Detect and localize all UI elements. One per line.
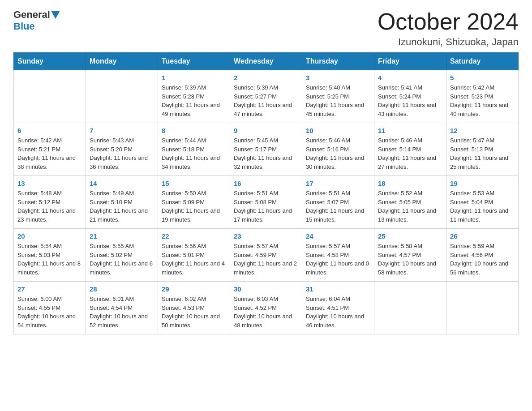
daylight-text: Daylight: 11 hours and 47 minutes. <box>234 101 298 118</box>
daylight-text: Daylight: 11 hours and 17 minutes. <box>234 206 298 224</box>
sunset-text: Sunset: 5:01 PM <box>162 251 226 260</box>
header-row: Sunday Monday Tuesday Wednesday Thursday… <box>14 53 519 70</box>
sunset-text: Sunset: 4:58 PM <box>306 251 370 260</box>
daylight-text: Daylight: 11 hours and 15 minutes. <box>306 206 370 224</box>
calendar-header: Sunday Monday Tuesday Wednesday Thursday… <box>14 53 519 70</box>
col-sunday: Sunday <box>14 53 86 70</box>
daylight-text: Daylight: 11 hours and 49 minutes. <box>162 101 226 118</box>
calendar-cell: 31Sunrise: 6:04 AMSunset: 4:51 PMDayligh… <box>302 282 374 334</box>
calendar-cell: 15Sunrise: 5:50 AMSunset: 5:09 PMDayligh… <box>158 176 230 229</box>
sunrise-text: Sunrise: 6:00 AM <box>17 295 82 304</box>
calendar-cell: 26Sunrise: 5:59 AMSunset: 4:56 PMDayligh… <box>446 229 519 282</box>
calendar-cell <box>14 70 86 123</box>
calendar-cell: 6Sunrise: 5:42 AMSunset: 5:21 PMDaylight… <box>14 123 86 176</box>
day-number: 25 <box>378 232 442 240</box>
sunrise-text: Sunrise: 5:58 AM <box>378 242 442 251</box>
daylight-text: Daylight: 11 hours and 2 minutes. <box>234 259 298 277</box>
sunset-text: Sunset: 5:03 PM <box>17 251 82 260</box>
daylight-text: Daylight: 11 hours and 36 minutes. <box>90 154 154 171</box>
sunset-text: Sunset: 5:10 PM <box>90 198 154 207</box>
daylight-text: Daylight: 11 hours and 21 minutes. <box>90 206 154 224</box>
sunset-text: Sunset: 5:02 PM <box>90 251 154 260</box>
day-number: 18 <box>378 180 442 187</box>
day-number: 21 <box>90 232 154 240</box>
logo-triangle-icon <box>51 11 60 19</box>
sunrise-text: Sunrise: 6:03 AM <box>234 295 298 304</box>
sunset-text: Sunset: 5:25 PM <box>306 92 370 101</box>
sunset-text: Sunset: 4:56 PM <box>450 251 515 260</box>
sunset-text: Sunset: 5:04 PM <box>450 198 515 207</box>
sunset-text: Sunset: 4:51 PM <box>306 304 370 313</box>
calendar-cell: 9Sunrise: 5:45 AMSunset: 5:17 PMDaylight… <box>230 123 302 176</box>
sunrise-text: Sunrise: 5:46 AM <box>378 136 442 145</box>
daylight-text: Daylight: 11 hours and 32 minutes. <box>234 154 298 171</box>
calendar-cell: 16Sunrise: 5:51 AMSunset: 5:08 PMDayligh… <box>230 176 302 229</box>
day-number: 4 <box>378 74 442 81</box>
calendar-cell: 3Sunrise: 5:40 AMSunset: 5:25 PMDaylight… <box>302 70 374 123</box>
col-thursday: Thursday <box>302 53 374 70</box>
day-number: 22 <box>162 232 226 240</box>
sunset-text: Sunset: 5:05 PM <box>378 198 442 207</box>
sunset-text: Sunset: 5:24 PM <box>378 92 442 101</box>
location-text: Izunokuni, Shizuoka, Japan <box>378 36 519 48</box>
daylight-text: Daylight: 11 hours and 45 minutes. <box>306 101 370 118</box>
day-number: 17 <box>306 180 370 187</box>
day-number: 5 <box>450 74 515 81</box>
calendar-week-row: 20Sunrise: 5:54 AMSunset: 5:03 PMDayligh… <box>14 229 519 282</box>
daylight-text: Daylight: 11 hours and 8 minutes. <box>17 259 82 277</box>
day-number: 26 <box>450 232 515 240</box>
calendar-week-row: 13Sunrise: 5:48 AMSunset: 5:12 PMDayligh… <box>14 176 519 229</box>
sunset-text: Sunset: 5:21 PM <box>17 145 82 154</box>
sunset-text: Sunset: 5:23 PM <box>450 92 515 101</box>
title-block: October 2024 Izunokuni, Shizuoka, Japan <box>378 9 519 48</box>
calendar-week-row: 27Sunrise: 6:00 AMSunset: 4:55 PMDayligh… <box>14 282 519 334</box>
sunrise-text: Sunrise: 5:57 AM <box>234 242 298 251</box>
col-tuesday: Tuesday <box>158 53 230 70</box>
day-number: 27 <box>17 285 82 293</box>
day-number: 20 <box>17 232 82 240</box>
sunset-text: Sunset: 5:14 PM <box>378 145 442 154</box>
sunrise-text: Sunrise: 5:50 AM <box>162 189 226 198</box>
calendar-cell: 28Sunrise: 6:01 AMSunset: 4:54 PMDayligh… <box>86 282 158 334</box>
sunset-text: Sunset: 5:17 PM <box>234 145 298 154</box>
sunrise-text: Sunrise: 5:42 AM <box>450 83 515 92</box>
col-saturday: Saturday <box>446 53 519 70</box>
sunrise-text: Sunrise: 5:39 AM <box>234 83 298 92</box>
daylight-text: Daylight: 10 hours and 56 minutes. <box>450 259 515 277</box>
calendar-cell <box>86 70 158 123</box>
sunrise-text: Sunrise: 5:55 AM <box>90 242 154 251</box>
day-number: 24 <box>306 232 370 240</box>
daylight-text: Daylight: 10 hours and 48 minutes. <box>234 312 298 330</box>
calendar-cell: 5Sunrise: 5:42 AMSunset: 5:23 PMDaylight… <box>446 70 519 123</box>
calendar-cell: 25Sunrise: 5:58 AMSunset: 4:57 PMDayligh… <box>374 229 446 282</box>
calendar-cell: 11Sunrise: 5:46 AMSunset: 5:14 PMDayligh… <box>374 123 446 176</box>
daylight-text: Daylight: 11 hours and 34 minutes. <box>162 154 226 171</box>
day-number: 23 <box>234 232 298 240</box>
sunset-text: Sunset: 5:09 PM <box>162 198 226 207</box>
sunrise-text: Sunrise: 5:49 AM <box>90 189 154 198</box>
calendar-cell: 17Sunrise: 5:51 AMSunset: 5:07 PMDayligh… <box>302 176 374 229</box>
sunrise-text: Sunrise: 5:43 AM <box>90 136 154 145</box>
sunrise-text: Sunrise: 5:41 AM <box>378 83 442 92</box>
daylight-text: Daylight: 11 hours and 30 minutes. <box>306 154 370 171</box>
logo-general-text: General <box>13 9 50 21</box>
calendar-cell <box>374 282 446 334</box>
col-wednesday: Wednesday <box>230 53 302 70</box>
daylight-text: Daylight: 11 hours and 6 minutes. <box>90 259 154 277</box>
sunset-text: Sunset: 5:20 PM <box>90 145 154 154</box>
calendar-cell: 10Sunrise: 5:46 AMSunset: 5:16 PMDayligh… <box>302 123 374 176</box>
daylight-text: Daylight: 11 hours and 13 minutes. <box>378 206 442 224</box>
sunrise-text: Sunrise: 5:54 AM <box>17 242 82 251</box>
day-number: 1 <box>162 74 226 81</box>
calendar-cell: 19Sunrise: 5:53 AMSunset: 5:04 PMDayligh… <box>446 176 519 229</box>
sunset-text: Sunset: 4:53 PM <box>162 304 226 313</box>
sunrise-text: Sunrise: 5:52 AM <box>378 189 442 198</box>
sunrise-text: Sunrise: 5:56 AM <box>162 242 226 251</box>
sunrise-text: Sunrise: 5:59 AM <box>450 242 515 251</box>
calendar-cell: 30Sunrise: 6:03 AMSunset: 4:52 PMDayligh… <box>230 282 302 334</box>
sunset-text: Sunset: 5:16 PM <box>306 145 370 154</box>
sunrise-text: Sunrise: 5:51 AM <box>234 189 298 198</box>
sunset-text: Sunset: 4:52 PM <box>234 304 298 313</box>
sunrise-text: Sunrise: 5:51 AM <box>306 189 370 198</box>
page-header: General Blue October 2024 Izunokuni, Shi… <box>13 9 519 48</box>
